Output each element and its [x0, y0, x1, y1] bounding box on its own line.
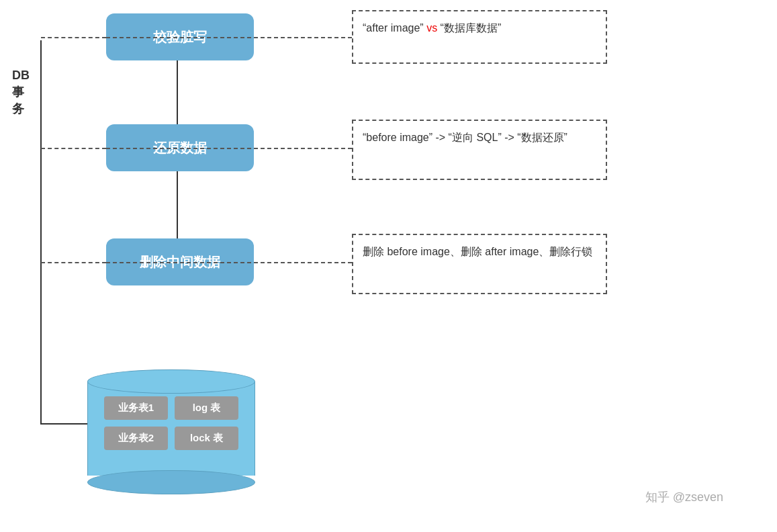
table-label-0: 业务表1 — [104, 396, 168, 420]
arrow-down-1 — [177, 60, 178, 124]
watermark: 知乎 @zseven — [645, 489, 723, 505]
arrow-down-2 — [177, 171, 178, 238]
table-grid: 业务表1 log 表 业务表2 lock 表 — [104, 396, 238, 450]
note-box-3: 删除 before image、删除 after image、删除行锁 — [352, 234, 607, 294]
connector-dashed-1 — [41, 37, 106, 38]
cylinder-bottom — [87, 470, 255, 494]
note2-text: “before image” -> “逆向 SQL” -> “数据还原” — [363, 132, 567, 143]
dashed-line-to-note-1 — [106, 37, 352, 38]
connector-dashed-2 — [41, 148, 106, 149]
dashed-line-to-note-3 — [106, 262, 352, 263]
database-cylinder: 业务表1 log 表 业务表2 lock 表 — [87, 369, 255, 494]
diagram-container: DB 事 务 校验脏写 还原数据 删除中间数据 “after image” vs… — [0, 0, 777, 532]
dashed-line-to-note-2 — [106, 148, 352, 149]
connector-dashed-3 — [41, 262, 106, 263]
note-box-1: “after image” vs “数据库数据” — [352, 10, 607, 64]
note1-text-before: “after image” — [363, 22, 426, 34]
cylinder-top — [87, 369, 255, 394]
table-label-1: log 表 — [175, 396, 238, 420]
note1-text-after: “数据库数据” — [437, 22, 501, 34]
note3-text: 删除 before image、删除 after image、删除行锁 — [363, 246, 592, 257]
db-label: DB 事 务 — [12, 67, 30, 118]
table-label-3: lock 表 — [175, 427, 238, 450]
note-box-2: “before image” -> “逆向 SQL” -> “数据还原” — [352, 120, 607, 180]
table-label-2: 业务表2 — [104, 427, 168, 450]
db-vertical-line — [40, 40, 42, 423]
note1-text-red: vs — [426, 22, 437, 34]
